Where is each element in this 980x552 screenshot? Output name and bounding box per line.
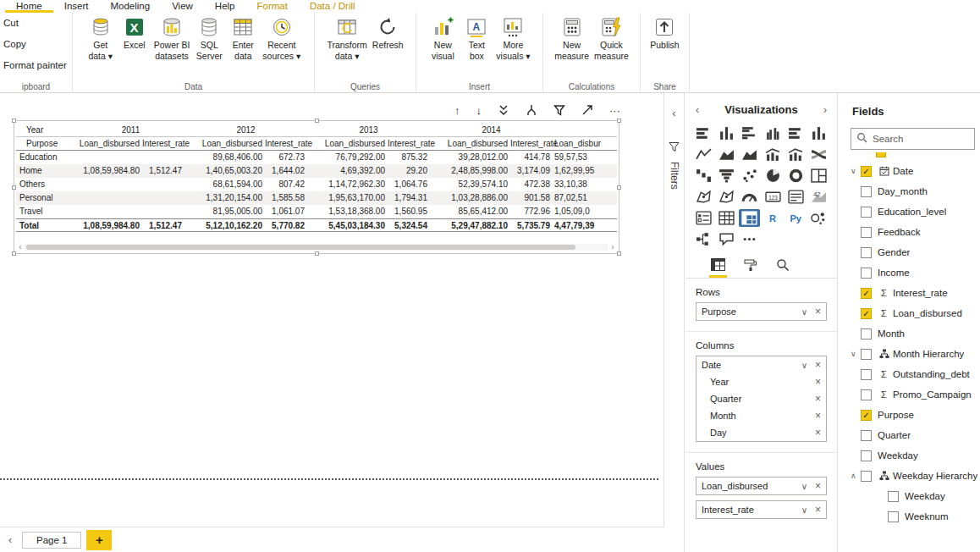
new-measure-button[interactable]: Newmeasure [553, 14, 591, 61]
field-item-income[interactable]: Income [839, 262, 980, 283]
visual-type-get-more-visuals[interactable] [739, 230, 760, 248]
matrix-cell[interactable]: 33,10,38 [553, 178, 617, 191]
visual-type-kpi[interactable]: 42 [808, 188, 829, 206]
visual-type-slicer[interactable] [693, 209, 714, 227]
matrix-cell[interactable]: 5,29,47,882.10 [430, 219, 510, 233]
menu-tab-modeling[interactable]: Modeling [99, 1, 161, 13]
matrix-cell[interactable]: 1,31,20,154.00 [184, 191, 265, 205]
field-item-weekday-hierarchy[interactable]: ∧Weekday Hierarchy [839, 466, 980, 486]
field-item-day-month[interactable]: Day_month [839, 181, 980, 201]
visual-type-decomposition-tree[interactable] [693, 230, 714, 248]
matrix-cell[interactable]: 1,53,18,368.00 [307, 205, 388, 218]
cut-button[interactable]: Cut [0, 13, 72, 34]
matrix-row-header[interactable]: Total [16, 219, 77, 233]
transform-data-button[interactable]: Transformdata ▾ [325, 14, 368, 61]
field-checkbox[interactable]: ✓ [861, 308, 872, 319]
field-item-month[interactable]: Month [839, 323, 980, 344]
focus-mode-icon[interactable] [581, 104, 593, 116]
field-item-partial[interactable] [876, 152, 980, 159]
chevron-down-icon[interactable]: ∨ [801, 482, 807, 491]
matrix-cell[interactable]: 2,48,85,998.00 [430, 164, 510, 178]
matrix-cell[interactable]: 414.78 [510, 151, 553, 164]
remove-field-icon[interactable]: × [815, 411, 821, 421]
matrix-cell[interactable]: 1,95,63,170.00 [307, 191, 388, 205]
matrix-cell[interactable]: 1,14,72,962.30 [307, 178, 388, 191]
matrix-cell[interactable]: 52,39,574.10 [430, 178, 510, 191]
field-item-weekday[interactable]: Weekday [839, 486, 980, 506]
drill-down-icon[interactable]: ↓ [476, 105, 482, 116]
matrix-value-header-partial[interactable]: Loan_disbur [553, 137, 617, 151]
matrix-cell[interactable] [77, 178, 142, 191]
selection-handle[interactable] [617, 251, 621, 256]
remove-field-icon[interactable]: × [815, 505, 821, 515]
visual-type-clustered-column-chart[interactable] [763, 124, 784, 142]
field-pill-month[interactable]: Month× [696, 407, 826, 424]
matrix-cell[interactable]: 807.42 [265, 178, 307, 191]
matrix-cell[interactable]: 1,560.95 [388, 205, 430, 218]
power-bi-datasets-button[interactable]: Power BIdatasets [152, 14, 192, 61]
matrix-cell[interactable] [142, 191, 184, 205]
matrix-cell[interactable]: 1,512.47 [142, 219, 184, 233]
matrix-cell[interactable]: 85,65,412.00 [430, 205, 510, 218]
matrix-cell[interactable]: 5,735.79 [510, 219, 553, 233]
matrix-cell[interactable]: 1,512.47 [142, 164, 184, 178]
matrix-row-header[interactable]: Travel [16, 205, 77, 218]
matrix-cell[interactable]: 1,08,59,984.80 [77, 164, 142, 178]
matrix-cell[interactable]: 5,45,03,184.30 [307, 219, 388, 233]
recent-sources-button[interactable]: Recentsources ▾ [261, 14, 302, 61]
scroll-right-icon[interactable]: › [608, 243, 617, 251]
field-item-gender[interactable]: Gender [839, 242, 980, 262]
go-to-next-level-icon[interactable] [498, 104, 509, 116]
field-item-promo-campaign[interactable]: ΣPromo_Campaign [839, 384, 980, 405]
visual-type-ribbon-chart[interactable] [808, 146, 829, 163]
visual-type-waterfall-chart[interactable] [693, 167, 714, 185]
field-checkbox[interactable]: ✓ [861, 410, 872, 421]
field-checkbox[interactable] [861, 268, 872, 279]
matrix-value-header[interactable]: Loan_disbursed [77, 137, 142, 151]
visual-type-card[interactable]: 123 [763, 188, 784, 206]
visual-type-qa-visual[interactable] [716, 230, 737, 248]
selection-handle[interactable] [12, 251, 16, 256]
matrix-cell[interactable]: 1,585.58 [265, 191, 307, 205]
matrix-cell[interactable]: 772.96 [510, 205, 553, 218]
matrix-cell[interactable]: 1,064.76 [388, 178, 430, 191]
field-item-feedback[interactable]: Feedback [839, 222, 980, 242]
matrix-value-header[interactable]: Interest_rate [142, 137, 184, 151]
field-checkbox[interactable] [861, 369, 872, 380]
field-pill-interest-rate[interactable]: Interest_rate∨× [696, 501, 826, 518]
visual-type-map[interactable] [693, 188, 714, 206]
format-painter-button[interactable]: Format painter [0, 55, 72, 76]
matrix-value-header[interactable]: Interest_rate [388, 137, 430, 151]
field-item-month-hierarchy[interactable]: ∨Month Hierarchy [839, 344, 980, 364]
menu-tab-data-drill[interactable]: Data / Drill [299, 1, 366, 13]
selection-handle[interactable] [315, 251, 319, 256]
selection-handle[interactable] [617, 119, 621, 123]
matrix-cell[interactable]: 1,05,09,0 [553, 205, 617, 218]
visual-type-stacked-area-chart[interactable] [739, 146, 760, 163]
menu-tab-view[interactable]: View [161, 1, 204, 13]
matrix-cell[interactable] [142, 178, 184, 191]
visual-type-gauge[interactable] [739, 188, 760, 206]
scroll-thumb[interactable] [26, 245, 575, 250]
page-nav-left-icon[interactable]: ‹ [8, 534, 12, 546]
visual-type-table[interactable] [716, 209, 737, 227]
matrix-value-header[interactable]: Loan_disbursed [307, 137, 388, 151]
scroll-left-icon[interactable]: ‹ [16, 243, 25, 251]
filter-icon[interactable] [553, 104, 565, 116]
visual-type-area-chart[interactable] [716, 146, 737, 163]
scroll-track[interactable] [25, 244, 608, 251]
matrix-cell[interactable] [77, 191, 142, 205]
matrix-cell[interactable]: 1,03,28,886.00 [430, 191, 510, 205]
matrix-value-header[interactable]: Interest_rate [265, 137, 307, 151]
matrix-year-header[interactable]: 2011 [77, 124, 184, 137]
matrix-value-header[interactable]: Loan_disbursed [184, 137, 265, 151]
visual-type-matrix[interactable] [739, 209, 760, 227]
expand-visualizations-icon[interactable]: › [823, 104, 827, 116]
new-page-button[interactable]: + [86, 530, 112, 550]
field-item-loan-disbursed[interactable]: ✓ΣLoan_disbursed [839, 303, 980, 323]
more-options-icon[interactable]: ··· [609, 105, 620, 116]
matrix-cell[interactable]: 901.58 [510, 191, 553, 205]
visual-type-multi-row-card[interactable] [785, 188, 807, 206]
tab-fields[interactable] [711, 258, 725, 278]
matrix-cell[interactable]: 1,40,65,003.20 [184, 164, 265, 178]
